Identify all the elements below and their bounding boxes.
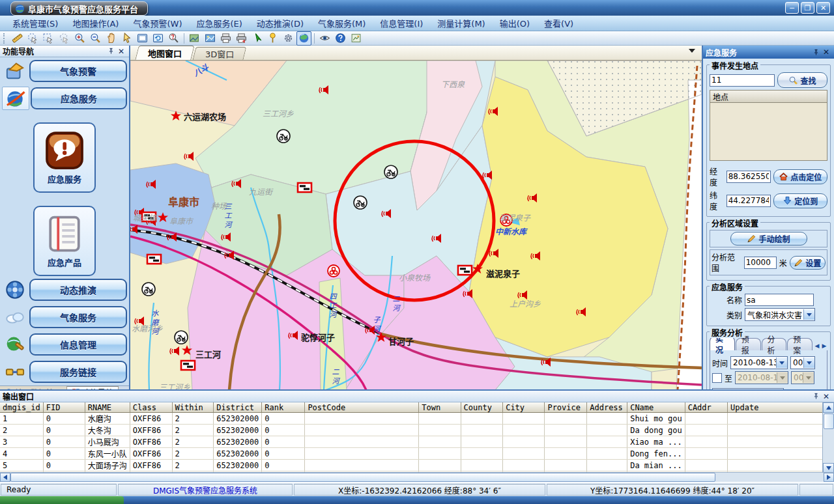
column-header[interactable]: RNAME	[85, 402, 130, 413]
table-row[interactable]: 10水磨沟OXFF8626523020000Shui mo gou	[0, 413, 834, 425]
column-header[interactable]: Update	[728, 402, 834, 413]
toolbar-refresh-button[interactable]	[151, 31, 165, 46]
toolbar-ruler-button[interactable]	[10, 31, 25, 46]
flag-marker[interactable]	[298, 183, 311, 192]
analysis-tab-1[interactable]: 实况	[710, 336, 735, 350]
nav-top-button-1[interactable]: 气象预警	[29, 60, 127, 82]
menu-item-4[interactable]: 应急服务(E)	[189, 16, 249, 31]
tab-scroll-right-icon[interactable]: ▶	[821, 341, 827, 350]
column-header[interactable]: District	[214, 402, 262, 413]
map-tab-dropdown-icon[interactable]	[689, 49, 695, 53]
map-canvas[interactable]: 八斗六运湖农场三工河乡下西泉九运街阜康市城关镇阜康市种场滋泥泉子中新水库滋泥泉子…	[130, 61, 702, 389]
vehicle-station-marker[interactable]	[142, 283, 155, 296]
column-header[interactable]: Town	[419, 402, 461, 413]
column-header[interactable]: Rank	[262, 402, 305, 413]
menu-item-10[interactable]: 查看(V)	[537, 16, 581, 31]
toolbar-settings-gear-button[interactable]	[281, 31, 296, 46]
toolbar-layer-image-button[interactable]	[349, 31, 364, 46]
table-vertical-scrollbar[interactable]	[822, 402, 834, 473]
analysis-tab-3[interactable]: 分析	[762, 338, 787, 350]
dropdown-arrow-icon[interactable]	[803, 309, 814, 320]
minimize-button[interactable]: ─	[785, 2, 799, 14]
station-circle-marker[interactable]	[328, 265, 339, 277]
close-icon[interactable]: ✕	[116, 47, 126, 56]
menu-item-2[interactable]: 地图操作(A)	[65, 16, 126, 31]
vehicle-station-marker[interactable]	[175, 331, 188, 344]
location-search-input[interactable]	[710, 74, 775, 87]
nav-bottom-button-2[interactable]: 气象服务	[29, 306, 127, 328]
table-row[interactable]: 50大面场子沟OXFF8626523020000Da mian ...	[0, 460, 834, 471]
pin-icon[interactable]	[811, 392, 821, 401]
toolbar-zoom-out-button[interactable]	[88, 31, 103, 46]
locate-to-button[interactable]: 定位到	[773, 193, 827, 208]
close-icon[interactable]: ✕	[821, 392, 831, 401]
toolbar-place-pin-button[interactable]	[265, 31, 280, 46]
hour-select[interactable]: 00	[790, 356, 815, 369]
column-header[interactable]: CAddr	[685, 402, 727, 413]
table-horizontal-scrollbar[interactable]	[0, 472, 834, 482]
restore-button[interactable]: ❐	[801, 2, 814, 14]
menu-item-3[interactable]: 气象预警(W)	[126, 16, 189, 31]
analysis-tab-2[interactable]: 预报	[736, 338, 761, 350]
nav-bottom-button-1[interactable]: 动态推演	[29, 279, 127, 301]
menu-item-8[interactable]: 测量计算(M)	[430, 16, 492, 31]
column-header[interactable]: dmgis_id	[0, 402, 43, 413]
flag-marker[interactable]	[147, 255, 161, 264]
map-tab-2[interactable]: 3D窗口	[193, 47, 247, 60]
search-button[interactable]: 查找	[777, 72, 827, 88]
toolbar-select-circle-button[interactable]	[25, 31, 40, 46]
toolbar-green-pointer-button[interactable]	[250, 31, 265, 46]
column-header[interactable]: FID	[43, 402, 85, 413]
toolbar-identify-button[interactable]	[166, 31, 181, 46]
scroll-thumb[interactable]	[10, 473, 715, 482]
location-list-header[interactable]: 地点	[710, 90, 827, 102]
flag-marker[interactable]	[181, 361, 195, 370]
nav-bottom-button-3[interactable]: 信息管理	[29, 333, 127, 356]
scroll-right-button[interactable]	[824, 473, 834, 482]
table-row[interactable]: 20大冬沟OXFF8626523020000Da dong gou	[0, 425, 834, 436]
column-header[interactable]: County	[461, 402, 503, 413]
column-header[interactable]: Address	[587, 402, 627, 413]
service-name-input[interactable]	[745, 294, 814, 306]
column-header[interactable]: CName	[627, 402, 685, 413]
table-row[interactable]: 40东风一小队OXFF8626523020000Dong fen...	[0, 448, 834, 460]
column-header[interactable]: Class	[130, 402, 172, 413]
flag-marker[interactable]	[458, 266, 472, 275]
toolbar-globe-active-button[interactable]	[296, 31, 311, 46]
vehicle-station-marker[interactable]	[384, 165, 397, 178]
toolbar-pan-hand-button[interactable]	[104, 31, 119, 46]
toolbar-eye-button[interactable]	[317, 31, 332, 46]
toolbar-print-setup-button[interactable]	[234, 31, 249, 46]
toolbar-select-rect-button[interactable]	[41, 31, 56, 46]
vehicle-station-marker[interactable]	[354, 196, 367, 209]
toolbar-help-button[interactable]	[333, 31, 348, 46]
menu-item-5[interactable]: 动态推演(D)	[250, 16, 311, 31]
toolbar-zoom-in-button[interactable]	[72, 31, 87, 46]
date-select[interactable]: 2010-08-13	[730, 356, 788, 369]
to-checkbox[interactable]	[712, 373, 722, 383]
analysis-tab-4[interactable]: 预案	[787, 338, 812, 350]
toolbar-grip[interactable]	[3, 33, 7, 44]
column-header[interactable]: City	[503, 402, 545, 413]
toolbar-pointer-button[interactable]	[119, 31, 134, 46]
close-button[interactable]: ✕	[816, 2, 830, 14]
column-header[interactable]: Within	[172, 402, 214, 413]
service-type-select[interactable]: 气象和洪水灾害	[745, 308, 815, 321]
scroll-left-button[interactable]	[0, 473, 10, 482]
toolbar-select-polygon-button[interactable]	[57, 31, 72, 46]
range-set-button[interactable]: 设置	[790, 256, 826, 270]
scroll-up-button[interactable]	[823, 402, 834, 413]
menu-item-1[interactable]: 系统管理(S)	[5, 16, 65, 31]
pin-icon[interactable]	[811, 48, 821, 57]
column-header[interactable]: Provice	[545, 402, 587, 413]
longitude-input[interactable]	[726, 171, 771, 183]
nav-top-button-2[interactable]: 应急服务	[31, 87, 127, 109]
toolbar-map-export-button[interactable]	[187, 31, 202, 46]
table-row[interactable]: 30小马厩沟OXFF8626523020000Xiao ma ...	[0, 436, 834, 448]
tab-scroll-left-icon[interactable]: ◀	[814, 341, 820, 350]
shortcut-2[interactable]: 应急产品	[33, 206, 96, 276]
toolbar-image-view-button[interactable]	[203, 31, 218, 46]
locate-by-click-button[interactable]: 点击定位	[773, 169, 827, 184]
toolbar-full-extent-button[interactable]	[135, 31, 150, 46]
menu-item-9[interactable]: 输出(O)	[493, 16, 537, 31]
